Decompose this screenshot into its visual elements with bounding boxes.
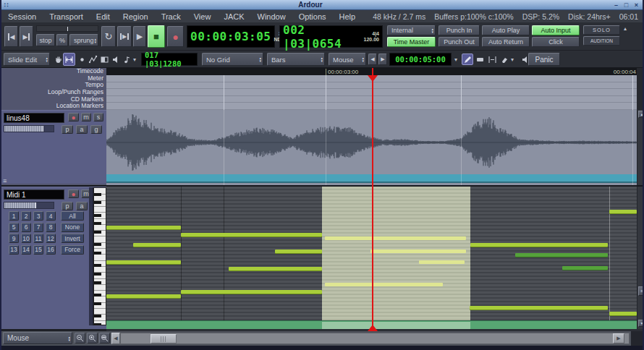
audition-indicator-button[interactable]: AUDITION [583,36,620,46]
auto-input-button[interactable]: Auto Input [532,25,580,35]
nudge-forward-button[interactable]: ▶ [378,54,387,65]
region-tool-button[interactable] [474,53,486,66]
midi-channel-button[interactable]: 7 [33,223,43,232]
range-tool-button[interactable] [63,53,75,66]
edit-point-clock[interactable]: 017 |03|1280 [141,53,198,66]
midi-note[interactable] [470,306,608,310]
midi-track-header[interactable]: Midi 1 ● m s p a g 123456789101112131415… [1,187,106,329]
primary-clock[interactable]: 00:00:03:05 30 NDF [187,25,275,48]
shuttle-mode-dropdown[interactable]: sprung [69,34,98,46]
solo-indicator-button[interactable]: SOLO [583,25,620,35]
midi-rec-button[interactable]: ● [68,189,79,198]
playhead-bottom-marker[interactable] [368,325,378,331]
goto-end-button[interactable]: ▶ [20,26,33,47]
nudge-clock[interactable]: 00:00:05:00 [389,53,452,66]
timefx-tool-button[interactable] [98,53,111,66]
midi-channel-button[interactable]: 6 [21,223,31,232]
midi-note[interactable] [325,236,466,240]
hscroll-thumb[interactable] [151,334,177,343]
midi-channel-button[interactable]: 11 [33,234,43,243]
time-master-button[interactable]: Time Master [387,37,436,47]
midi-note[interactable] [470,243,608,247]
track-resize-grip[interactable]: ≡ [3,178,7,184]
scroll-down-button[interactable]: ▼ [638,320,644,327]
stretch-tool-button[interactable] [486,53,498,66]
midi-note[interactable] [419,260,465,264]
audio-playlist-button[interactable]: p [62,125,73,134]
nudge-back-button[interactable]: ◀ [368,54,377,65]
midi-channel-button[interactable]: 1 [9,211,19,221]
shuttle-stop-button[interactable]: stop [36,34,55,46]
midi-channel-button[interactable]: 16 [46,245,56,255]
midi-playlist-button[interactable]: p [62,202,73,210]
zoom-tool-button[interactable] [87,53,99,66]
nudge-chevron-icon[interactable]: ▾ [454,56,457,63]
playhead-top-marker[interactable] [368,75,378,82]
midi-note[interactable] [181,233,322,236]
ruler-label[interactable]: Location Markers [1,103,106,110]
midi-note[interactable] [133,243,181,247]
auto-play-button[interactable]: Auto Play [482,25,530,35]
shuttle-slider[interactable] [36,25,98,32]
record-button[interactable]: ● [167,26,184,47]
scroll-up-button[interactable]: ▲ [638,111,644,118]
edit-mode-dropdown[interactable]: Slide Edit [4,53,50,66]
midi-channel-button[interactable]: 2 [21,211,31,221]
sync-source-dropdown[interactable]: Internal [387,25,436,35]
midi-note[interactable] [609,312,637,315]
punch-in-button[interactable]: Punch In [438,25,480,35]
midi-channel-button[interactable]: 3 [33,211,43,221]
menu-transport[interactable]: Transport [43,12,90,21]
midi-track-name[interactable]: Midi 1 [4,189,64,200]
menu-track[interactable]: Track [155,12,187,21]
menu-view[interactable]: View [187,12,218,21]
menu-options[interactable]: Options [292,12,333,21]
midi-note[interactable] [229,267,322,270]
shuttle-units-button[interactable]: % [56,34,68,46]
scrollbar-thumb[interactable]: ≡ [638,286,644,296]
midi-note[interactable] [106,260,181,264]
zoom-focus-dropdown[interactable]: Mouse [3,332,72,344]
menu-jack[interactable]: JACK [217,12,250,21]
midi-note[interactable] [275,249,322,253]
midi-channel-button[interactable]: 9 [9,234,19,243]
audio-mute-button[interactable]: m [81,113,91,121]
audio-track-name[interactable]: linus48 [4,113,64,123]
menu-window[interactable]: Window [251,12,292,21]
title-bar[interactable]: ∷ Ardour – □ × [1,0,643,10]
secondary-clock[interactable]: 002 |03|0654 4|4 120.00 [279,25,383,48]
midi-automation-button[interactable]: a [76,202,88,210]
menu-region[interactable]: Region [116,12,155,21]
panic-button[interactable]: Panic [528,53,560,66]
zoom-in-button[interactable] [87,333,98,343]
midi-note[interactable] [609,210,637,213]
hscroll-left-button[interactable]: ◀ [111,333,120,344]
punch-out-button[interactable]: Punch Out [438,37,480,47]
maximize-button[interactable]: □ [622,1,630,9]
loop-button[interactable]: ↻ [101,26,116,47]
midi-channel-button[interactable]: 12 [46,234,56,243]
midi-channel-force-button[interactable]: Force [61,245,84,255]
pencil-tool-button[interactable] [462,54,473,65]
midi-tools-chevron-icon[interactable]: ▾ [511,56,514,63]
midi-note[interactable] [106,294,181,298]
midi-note[interactable] [370,249,466,253]
midi-note[interactable] [325,283,443,286]
audio-track-header[interactable]: linus48 ● m s p a g ≡ [1,110,106,184]
midi-note[interactable] [515,253,608,257]
menu-session[interactable]: Session [1,12,43,21]
close-button[interactable]: × [632,1,640,9]
midi-gain-fader[interactable] [4,202,54,209]
audio-rec-button[interactable]: ● [68,113,79,121]
audio-solo-button[interactable]: s [93,113,103,121]
zoom-fit-button[interactable] [99,333,110,343]
midi-channel-button[interactable]: 5 [9,223,19,232]
play-range-button[interactable]: ▶ [117,26,132,47]
horizontal-scrollbar[interactable]: ▶ [120,333,630,344]
midi-channel-button[interactable]: 8 [46,223,56,232]
tools-chevron-icon[interactable]: ▾ [133,56,136,63]
midi-channel-invert-button[interactable]: Invert [61,234,84,243]
midi-channel-button[interactable]: 10 [21,234,31,243]
goto-start-button[interactable]: ◀ [4,26,18,47]
snap-unit-dropdown[interactable]: Bars [267,53,325,66]
